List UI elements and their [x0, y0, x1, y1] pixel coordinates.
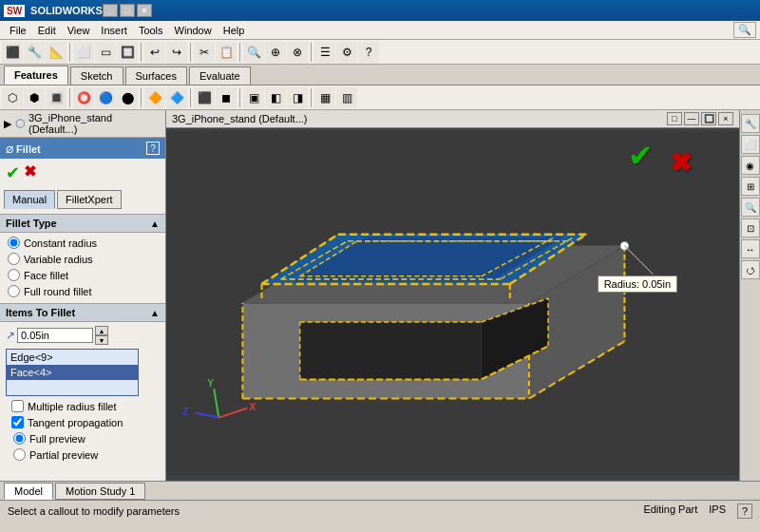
- toolbar-btn-5[interactable]: ▭: [95, 42, 116, 63]
- tab-filletxpert[interactable]: FilletXpert: [57, 190, 122, 209]
- vp-btn-close[interactable]: ×: [718, 112, 733, 125]
- fillet-mode-tabs: Manual FilletXpert: [0, 187, 165, 212]
- rt-btn-6[interactable]: ⊡: [741, 218, 760, 238]
- items-section: ↗ ▲ ▼ Edge<9> Face<4> Multiple radius fi…: [0, 322, 165, 466]
- tb2-btn-8[interactable]: 🔷: [166, 87, 187, 108]
- radio-full-round[interactable]: Full round fillet: [0, 283, 165, 299]
- tb2-btn-12[interactable]: ◧: [265, 87, 286, 108]
- tb2-btn-7[interactable]: 🔶: [144, 87, 165, 108]
- ok-cancel-bar: ✔ ✖: [0, 159, 165, 187]
- viewport-ok-button[interactable]: ✔: [628, 138, 654, 174]
- menu-view[interactable]: View: [62, 23, 96, 38]
- toolbar-btn-3[interactable]: 📐: [46, 42, 66, 63]
- vp-btn-2[interactable]: —: [684, 112, 699, 125]
- items-collapse-icon[interactable]: ▲: [150, 308, 160, 318]
- restore-button[interactable]: □: [120, 4, 135, 17]
- tb2-btn-9[interactable]: ⬛: [194, 87, 215, 108]
- fillet-help-icon[interactable]: ?: [146, 142, 160, 155]
- rt-btn-1[interactable]: 🔧: [741, 114, 760, 133]
- toolbar-btn-8[interactable]: ↪: [166, 42, 187, 63]
- menu-help[interactable]: Help: [218, 23, 251, 38]
- tab-sketch[interactable]: Sketch: [70, 66, 124, 85]
- radius-up-button[interactable]: ▲: [95, 326, 108, 335]
- vp-btn-1[interactable]: □: [667, 112, 682, 125]
- tb2-btn-5[interactable]: 🔵: [95, 87, 116, 108]
- menu-window[interactable]: Window: [169, 23, 218, 38]
- menu-search[interactable]: 🔍: [733, 22, 756, 38]
- toolbar-btn-4[interactable]: ⬜: [73, 42, 94, 63]
- radius-spinners: ▲ ▼: [95, 326, 108, 345]
- rt-btn-8[interactable]: ⭯: [741, 260, 760, 279]
- tb2-btn-14[interactable]: ▦: [314, 87, 335, 108]
- radio-constant-input[interactable]: [8, 237, 20, 249]
- radio-full-preview[interactable]: Full preview: [6, 430, 160, 446]
- radio-variable-input[interactable]: [8, 253, 20, 265]
- radio-face-fillet[interactable]: Face fillet: [0, 267, 165, 283]
- toolbar-btn-9[interactable]: ✂: [194, 42, 215, 63]
- edge-list: Edge<9> Face<4>: [6, 349, 139, 396]
- toolbar-btn-10[interactable]: 📋: [216, 42, 237, 63]
- rt-btn-2[interactable]: ⬜: [741, 135, 760, 154]
- menu-edit[interactable]: Edit: [32, 23, 62, 38]
- rt-btn-7[interactable]: ↔: [741, 239, 760, 258]
- radius-input[interactable]: [17, 328, 93, 343]
- bottom-tab-motion[interactable]: Motion Study 1: [55, 483, 145, 500]
- edge-item-2[interactable]: Face<4>: [7, 365, 138, 380]
- menu-insert[interactable]: Insert: [95, 23, 133, 38]
- fillet-type-section-header[interactable]: Fillet Type ▲: [0, 214, 165, 233]
- toolbar-btn-11[interactable]: 🔍: [243, 42, 264, 63]
- tab-evaluate[interactable]: Evaluate: [189, 66, 251, 85]
- menu-tools[interactable]: Tools: [133, 23, 169, 38]
- toolbar-btn-6[interactable]: 🔲: [117, 42, 138, 63]
- radio-full-preview-input[interactable]: [13, 432, 26, 445]
- viewport[interactable]: 3G_iPhone_stand (Default...) □ — 🔲 × ✔ ✖…: [166, 110, 739, 481]
- bottom-tab-model[interactable]: Model: [4, 483, 53, 500]
- help-icon[interactable]: ?: [737, 504, 752, 519]
- toolbar-btn-12[interactable]: ⊕: [265, 42, 286, 63]
- tb2-btn-3[interactable]: 🔳: [46, 87, 66, 108]
- status-right: Editing Part IPS ?: [643, 504, 752, 519]
- toolbar-btn-1[interactable]: ⬛: [2, 42, 23, 63]
- vp-btn-3[interactable]: 🔲: [701, 112, 716, 125]
- radio-partial-preview-input[interactable]: [13, 448, 26, 461]
- tab-surfaces[interactable]: Surfaces: [125, 66, 187, 85]
- toolbar-btn-15[interactable]: ⚙: [336, 42, 357, 63]
- toolbar-btn-16[interactable]: ?: [358, 42, 379, 63]
- toolbar-btn-2[interactable]: 🔧: [24, 42, 45, 63]
- close-button[interactable]: ×: [137, 4, 152, 17]
- tb2-btn-6[interactable]: ⬤: [117, 87, 138, 108]
- menu-file[interactable]: File: [4, 23, 32, 38]
- minimize-button[interactable]: _: [103, 4, 118, 17]
- viewport-cancel-button[interactable]: ✖: [670, 147, 692, 179]
- radio-partial-preview[interactable]: Partial preview: [6, 446, 160, 463]
- rt-btn-4[interactable]: ⊞: [741, 177, 760, 196]
- fillet-type-collapse-icon[interactable]: ▲: [150, 218, 160, 229]
- radio-variable-radius[interactable]: Variable radius: [0, 251, 165, 267]
- tab-manual[interactable]: Manual: [4, 190, 55, 209]
- radius-down-button[interactable]: ▼: [95, 335, 108, 345]
- tb2-btn-1[interactable]: ⬡: [2, 87, 23, 108]
- items-to-fillet-section-header[interactable]: Items To Fillet ▲: [0, 303, 165, 322]
- tb2-btn-2[interactable]: ⬢: [24, 87, 45, 108]
- tb2-btn-13[interactable]: ◨: [287, 87, 308, 108]
- radio-constant-radius[interactable]: Constant radius: [0, 235, 165, 251]
- ok-button[interactable]: ✔: [6, 162, 20, 183]
- radio-face-input[interactable]: [8, 269, 20, 281]
- multiple-radius-checkbox[interactable]: [11, 400, 24, 412]
- rt-btn-3[interactable]: ◉: [741, 156, 760, 175]
- document-title: 3G_iPhone_stand (Default...): [28, 112, 162, 135]
- tab-features[interactable]: Features: [4, 66, 68, 85]
- toolbar-btn-13[interactable]: ⊗: [287, 42, 308, 63]
- toolbar-btn-14[interactable]: ☰: [314, 42, 335, 63]
- rt-btn-5[interactable]: 🔍: [741, 198, 760, 217]
- cancel-button[interactable]: ✖: [24, 162, 36, 183]
- tb2-btn-10[interactable]: ◼: [216, 87, 237, 108]
- tb2-btn-4[interactable]: ⭕: [73, 87, 94, 108]
- tangent-prop-checkbox[interactable]: [11, 416, 24, 428]
- tb2-btn-11[interactable]: ▣: [243, 87, 264, 108]
- tb2-btn-15[interactable]: ▥: [336, 87, 357, 108]
- window-buttons[interactable]: _ □ ×: [103, 4, 152, 17]
- toolbar-btn-7[interactable]: ↩: [144, 42, 165, 63]
- edge-item-1[interactable]: Edge<9>: [7, 350, 138, 365]
- radio-full-input[interactable]: [8, 285, 20, 297]
